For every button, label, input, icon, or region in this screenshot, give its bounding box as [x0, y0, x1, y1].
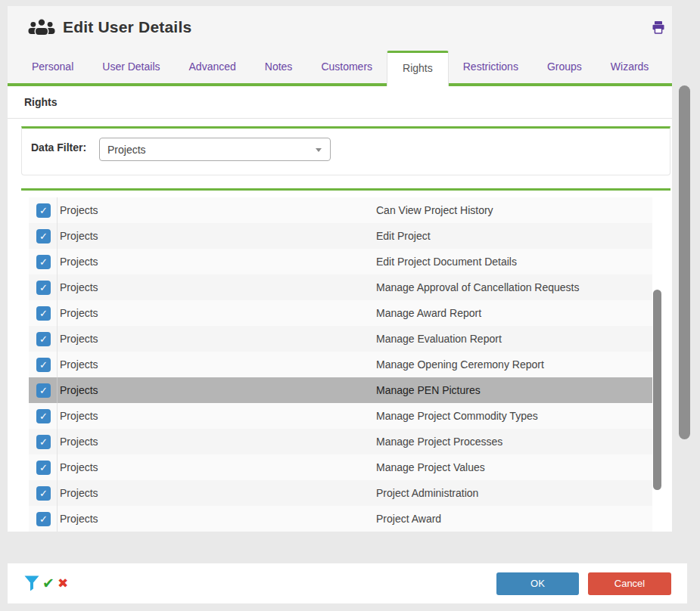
- row-checkbox[interactable]: ✓: [36, 358, 51, 372]
- right-cell: Manage Project Processes: [376, 429, 502, 454]
- tab[interactable]: User Details: [88, 51, 174, 83]
- column-divider: [57, 197, 58, 223]
- column-divider: [57, 274, 58, 300]
- table-row[interactable]: ✓ Projects Manage Project Processes: [29, 429, 652, 454]
- row-checkbox[interactable]: ✓: [36, 332, 51, 346]
- print-icon[interactable]: [651, 20, 666, 35]
- row-checkbox[interactable]: ✓: [36, 203, 51, 218]
- right-cell: Project Administration: [376, 480, 478, 506]
- clear-x-icon[interactable]: ✖: [58, 576, 68, 591]
- column-divider: [57, 506, 58, 532]
- column-divider: [57, 454, 58, 480]
- tab[interactable]: Restrictions: [449, 51, 533, 83]
- data-filter-select[interactable]: Projects: [99, 138, 331, 161]
- right-cell: Manage PEN Pictures: [376, 377, 481, 403]
- right-cell: Manage Opening Ceremony Report: [376, 352, 544, 377]
- chevron-down-icon: [316, 148, 322, 152]
- category-cell: Projects: [60, 461, 98, 473]
- tab-label: Wizards: [611, 60, 649, 73]
- row-checkbox[interactable]: ✓: [36, 383, 51, 398]
- tab-bar: Personal User Details Advanced Notes Cus…: [8, 48, 672, 86]
- data-filter-panel: Data Filter: Projects: [21, 126, 670, 175]
- row-checkbox[interactable]: ✓: [36, 306, 51, 321]
- category-cell: Projects: [60, 436, 98, 448]
- apply-check-icon[interactable]: ✔: [42, 576, 54, 591]
- column-divider: [57, 352, 58, 377]
- right-cell: Manage Award Report: [376, 300, 481, 326]
- right-cell: Manage Project Commodity Types: [376, 403, 538, 429]
- right-cell: Manage Evaluation Report: [376, 326, 502, 352]
- table-row[interactable]: ✓ Projects Manage Approval of Cancellati…: [29, 274, 652, 300]
- category-cell: Projects: [60, 487, 98, 499]
- footer-icons: ✔ ✖: [24, 575, 68, 591]
- tab[interactable]: Customers: [306, 51, 387, 83]
- tab[interactable]: Wizards: [596, 51, 664, 83]
- table-row[interactable]: ✓ Projects Manage Opening Ceremony Repor…: [29, 352, 652, 377]
- column-divider: [57, 480, 58, 506]
- table-row[interactable]: ✓ Projects Manage Evaluation Report: [29, 326, 652, 352]
- row-checkbox[interactable]: ✓: [36, 486, 51, 501]
- dialog-header: Edit User Details: [8, 6, 672, 48]
- right-cell: Edit Project: [376, 223, 431, 249]
- tab-label: Notes: [265, 60, 293, 73]
- column-divider: [57, 377, 58, 403]
- column-divider: [57, 403, 58, 429]
- row-checkbox[interactable]: ✓: [36, 281, 51, 295]
- tab-label: Advanced: [189, 60, 236, 73]
- page-scrollbar-thumb[interactable]: [679, 85, 690, 439]
- filter-icon[interactable]: [24, 575, 39, 591]
- category-cell: Projects: [60, 358, 98, 371]
- tab-label: Restrictions: [463, 60, 518, 73]
- row-checkbox[interactable]: ✓: [36, 435, 51, 449]
- right-cell: Manage Project Values: [376, 454, 485, 480]
- right-cell: Edit Project Document Details: [376, 249, 517, 274]
- category-cell: Projects: [60, 307, 98, 319]
- tab-label: Rights: [403, 62, 433, 74]
- table-row[interactable]: ✓ Projects Edit Project Document Details: [29, 249, 652, 274]
- column-divider: [57, 249, 58, 274]
- list-top-divider: [21, 188, 670, 191]
- column-divider: [57, 300, 58, 326]
- table-row[interactable]: ✓ Projects Project Administration: [29, 480, 652, 506]
- category-cell: Projects: [60, 410, 98, 422]
- category-cell: Projects: [60, 384, 98, 396]
- table-row[interactable]: ✓ Projects Manage Award Report: [29, 300, 652, 326]
- category-cell: Projects: [60, 513, 98, 525]
- category-cell: Projects: [60, 333, 98, 345]
- right-cell: Project Award: [376, 506, 441, 532]
- tab[interactable]: Rights: [387, 51, 449, 86]
- row-checkbox[interactable]: ✓: [36, 409, 51, 423]
- column-divider: [57, 326, 58, 352]
- category-cell: Projects: [60, 256, 98, 268]
- tab-label: User Details: [102, 60, 160, 73]
- tab[interactable]: Notes: [250, 51, 307, 83]
- table-row[interactable]: ✓ Projects Manage Project Commodity Type…: [29, 403, 652, 429]
- table-row[interactable]: ✓ Projects Manage PEN Pictures: [29, 377, 652, 403]
- right-cell: Can View Project History: [376, 197, 493, 223]
- row-checkbox[interactable]: ✓: [36, 255, 51, 269]
- right-cell: Manage Approval of Cancellation Requests: [376, 274, 580, 300]
- table-row[interactable]: ✓ Projects Manage Project Values: [29, 454, 652, 480]
- tab[interactable]: Groups: [533, 51, 596, 83]
- page-title: Edit User Details: [63, 18, 191, 36]
- tab-label: Personal: [32, 60, 73, 73]
- category-cell: Projects: [60, 281, 98, 293]
- tab-label: Groups: [547, 60, 582, 73]
- data-filter-label: Data Filter:: [31, 138, 99, 156]
- table-row[interactable]: ✓ Projects Can View Project History: [29, 197, 652, 223]
- ok-button[interactable]: OK: [496, 572, 579, 595]
- tab[interactable]: Advanced: [175, 51, 250, 83]
- rights-list: ✓ Projects Can View Project History ✓ Pr…: [29, 197, 652, 532]
- row-checkbox[interactable]: ✓: [36, 512, 51, 526]
- row-checkbox[interactable]: ✓: [36, 229, 51, 243]
- tab[interactable]: Personal: [17, 51, 88, 83]
- column-divider: [57, 223, 58, 249]
- footer-bar: ✔ ✖ OK Cancel: [8, 563, 687, 603]
- data-filter-value: Projects: [107, 144, 146, 156]
- list-scrollbar-thumb[interactable]: [653, 290, 661, 490]
- table-row[interactable]: ✓ Projects Project Award: [29, 506, 652, 532]
- cancel-button[interactable]: Cancel: [588, 572, 671, 595]
- row-checkbox[interactable]: ✓: [36, 461, 51, 475]
- table-row[interactable]: ✓ Projects Edit Project: [29, 223, 652, 249]
- tab-label: Customers: [321, 60, 372, 73]
